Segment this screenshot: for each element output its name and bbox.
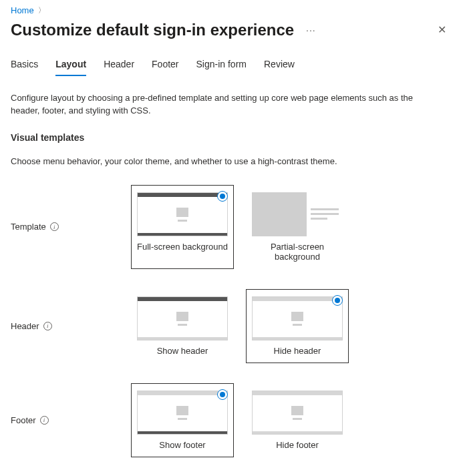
thumb-show-header-icon [137, 296, 228, 340]
template-option-fullscreen-label: Full-screen background [137, 242, 228, 252]
layout-description: Configure layout by choosing a pre-defin… [11, 92, 438, 117]
tab-footer[interactable]: Footer [152, 59, 178, 76]
title-row: Customize default sign-in experience ···… [11, 19, 450, 40]
header-option-show-label: Show header [137, 346, 228, 356]
radio-selected-icon [217, 389, 228, 400]
tab-basics[interactable]: Basics [11, 59, 38, 76]
close-button[interactable]: ✕ [434, 19, 450, 40]
header-cards: Show header Hide header [131, 289, 349, 363]
thumb-hide-footer-icon [252, 391, 343, 435]
header-row: Header i Show header Hide header [11, 289, 450, 363]
tabs: Basics Layout Header Footer Sign-in form… [11, 59, 450, 76]
tab-review[interactable]: Review [264, 59, 295, 76]
footer-row: Footer i Show footer Hide footer [11, 383, 450, 457]
header-option-hide[interactable]: Hide header [246, 289, 349, 363]
footer-option-show-label: Show footer [137, 440, 228, 450]
footer-label: Footer [11, 415, 36, 425]
header-option-hide-label: Hide header [252, 346, 343, 356]
footer-cards: Show footer Hide footer [131, 383, 349, 457]
info-icon[interactable]: i [40, 416, 49, 425]
header-label-cell: Header i [11, 321, 131, 331]
template-row: Template i Full-screen background [11, 185, 450, 269]
thumb-fullscreen-icon [137, 192, 228, 236]
header-option-show[interactable]: Show header [131, 289, 234, 363]
template-cards: Full-screen background Partial-screen ba… [131, 185, 349, 269]
info-icon[interactable]: i [43, 322, 52, 330]
thumb-partial-icon [252, 192, 343, 236]
footer-option-hide[interactable]: Hide footer [246, 383, 349, 457]
radio-selected-icon [332, 295, 343, 306]
template-option-partial-label: Partial-screen background [252, 242, 343, 262]
template-option-partial[interactable]: Partial-screen background [246, 185, 349, 269]
template-label: Template [11, 222, 46, 232]
visual-templates-sub: Choose menu behavior, your color theme, … [11, 156, 450, 166]
header-label: Header [11, 321, 39, 331]
chevron-right-icon: 〉 [38, 5, 45, 15]
title-left: Customize default sign-in experience ··· [11, 21, 319, 39]
radio-selected-icon [217, 191, 228, 202]
tab-layout[interactable]: Layout [55, 59, 86, 76]
tab-header[interactable]: Header [104, 59, 134, 76]
thumb-hide-header-icon [252, 296, 343, 340]
footer-label-cell: Footer i [11, 415, 131, 425]
tab-signin-form[interactable]: Sign-in form [196, 59, 247, 76]
footer-option-hide-label: Hide footer [252, 440, 343, 450]
more-actions-button[interactable]: ··· [303, 22, 319, 38]
page-title: Customize default sign-in experience [11, 21, 294, 39]
breadcrumb: Home 〉 [11, 5, 450, 15]
thumb-show-footer-icon [137, 391, 228, 435]
template-label-cell: Template i [11, 222, 131, 232]
visual-templates-heading: Visual templates [11, 132, 450, 143]
template-option-fullscreen[interactable]: Full-screen background [131, 185, 234, 269]
breadcrumb-home-link[interactable]: Home [11, 5, 34, 15]
info-icon[interactable]: i [50, 222, 59, 231]
footer-option-show[interactable]: Show footer [131, 383, 234, 457]
